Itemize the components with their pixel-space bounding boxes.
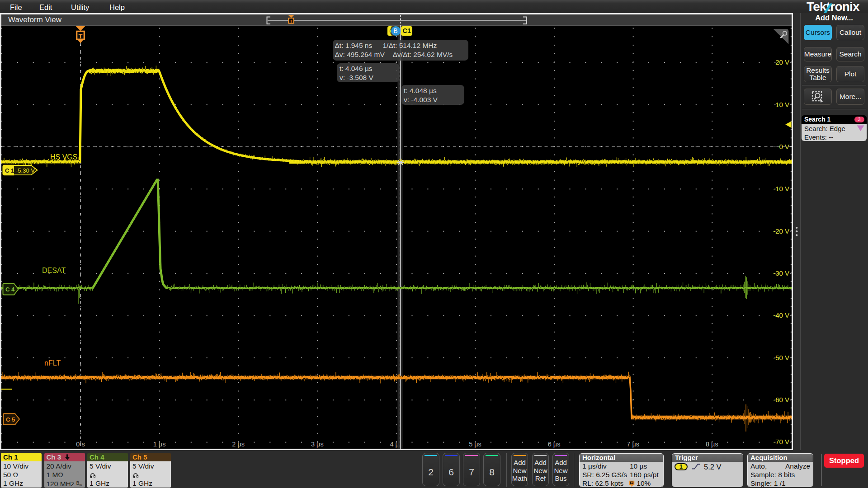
svg-text:T: T bbox=[79, 33, 83, 40]
svg-text:T: T bbox=[290, 19, 292, 23]
svg-text:-5.30 V: -5.30 V bbox=[16, 167, 35, 174]
svg-text:T: T bbox=[631, 482, 633, 485]
svg-text:C 5: C 5 bbox=[6, 416, 15, 423]
svg-text:C 4: C 4 bbox=[5, 286, 15, 293]
svg-text:C 1: C 1 bbox=[5, 167, 14, 174]
